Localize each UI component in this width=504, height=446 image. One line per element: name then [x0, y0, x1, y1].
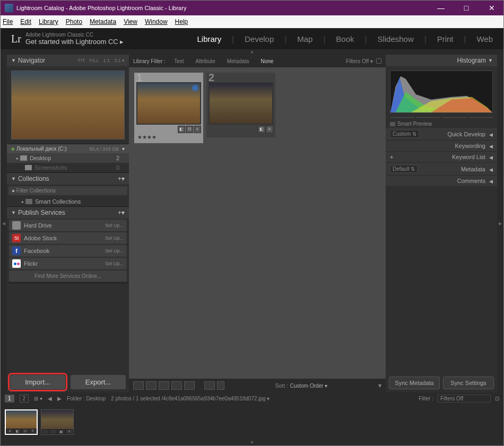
quick-develop-header[interactable]: Custom ⇅ Quick Develop ◀ — [386, 128, 497, 141]
menu-view[interactable]: View — [124, 18, 137, 25]
filmstrip-thumb-2[interactable]: ◧≡ — [41, 409, 74, 435]
survey-view-icon[interactable] — [171, 381, 182, 390]
add-keyword-icon[interactable]: + — [390, 154, 393, 160]
disk-header[interactable]: ■ Локальный диск (C:) 50,4 / 243 GB ▾ — [7, 144, 129, 153]
nav-1to1[interactable]: 1:1 — [103, 58, 110, 63]
minimize-button[interactable]: — — [433, 4, 448, 12]
badge-icon[interactable]: ≡ — [194, 126, 201, 133]
filter-none[interactable]: None — [257, 57, 276, 65]
left-collapse[interactable]: ◀ — [1, 55, 7, 392]
selection-status: 2 photos / 1 selected /4c8e41a086565a934… — [111, 396, 270, 401]
smart-collections[interactable]: ▸ Smart Collections — [7, 197, 129, 206]
navigator-preview[interactable] — [11, 71, 125, 139]
menu-file[interactable]: File — [3, 18, 13, 25]
histogram-header[interactable]: Histogram▼ — [386, 55, 497, 66]
lock-icon[interactable] — [376, 58, 381, 64]
grid-view[interactable]: 1 ◧⊡≡ ★★★★ 2 ◧≡ — [129, 67, 386, 379]
filter-attribute[interactable]: Attribute — [192, 57, 218, 65]
qd-preset-dropdown[interactable]: Custom ⇅ — [390, 130, 419, 138]
module-picker: Library| Develop| Map| Book| Slideshow| … — [197, 34, 493, 43]
collections-header[interactable]: ▼Collections +▾ — [7, 173, 129, 185]
thumbnail-2[interactable]: 2 ◧≡ — [206, 73, 275, 137]
grid-toggle-icon[interactable]: ⊞ ▾ — [34, 396, 42, 401]
sync-settings-button[interactable]: Sync Settings — [443, 377, 494, 389]
nav-fill[interactable]: FILL — [89, 58, 99, 63]
painter-icon[interactable] — [204, 381, 215, 390]
box-icon — [25, 199, 32, 204]
menu-help[interactable]: Help — [175, 18, 188, 25]
filter-collections-input[interactable]: ● Filter Collections — [8, 186, 127, 195]
histogram[interactable] — [390, 71, 493, 113]
publish-adobestock[interactable]: St Adobe StockSet Up... — [9, 232, 127, 244]
source-2[interactable]: 2 — [20, 395, 29, 403]
metadata-header[interactable]: Default ⇅ Metadata ◀ — [386, 163, 497, 176]
nav-fit[interactable]: FIT — [78, 58, 85, 63]
metadata-preset-dropdown[interactable]: Default ⇅ — [390, 165, 418, 173]
titlebar[interactable]: Lightroom Catalog - Adobe Photoshop Ligh… — [1, 1, 503, 15]
badge-icon[interactable]: ⊡ — [186, 126, 193, 133]
menu-photo[interactable]: Photo — [66, 18, 82, 25]
import-button[interactable]: Import... — [10, 375, 65, 389]
keywording-header[interactable]: Keywording ◀ — [386, 141, 497, 152]
badge-icon[interactable]: ≡ — [266, 126, 273, 133]
menubar: File Edit Library Photo Metadata View Wi… — [1, 15, 503, 28]
library-filter-bar: Library Filter : Text Attribute Metadata… — [129, 55, 386, 67]
grid-view-icon[interactable] — [133, 381, 144, 390]
navigator-header[interactable]: ▼Navigator FIT FILL 1:1 3:1 ▾ — [7, 55, 129, 66]
publish-facebook[interactable]: f FacebookSet Up... — [9, 245, 127, 257]
module-book[interactable]: Book — [336, 34, 354, 43]
sync-metadata-button[interactable]: Sync Metadata — [389, 377, 440, 389]
menu-metadata[interactable]: Metadata — [90, 18, 116, 25]
filter-text[interactable]: Text — [171, 57, 187, 65]
loupe-view-icon[interactable] — [146, 381, 157, 390]
bottom-collapse[interactable]: ▼ — [1, 440, 503, 445]
folder-screenshots[interactable]: Screenshots 0 — [7, 163, 129, 172]
nav-zoom[interactable]: 3:1 ▾ — [114, 58, 125, 63]
filter-preset-dropdown[interactable]: Filters Off — [438, 395, 491, 403]
top-collapse[interactable]: ▲ — [1, 49, 503, 55]
filter-metadata[interactable]: Metadata — [224, 57, 253, 65]
module-map[interactable]: Map — [297, 34, 312, 43]
nav-back-icon[interactable]: ◀ — [48, 396, 52, 401]
filmstrip[interactable]: ✦◧⊡≡ ◧≡ — [1, 404, 503, 440]
publish-harddrive[interactable]: Hard DriveSet Up... — [9, 220, 127, 231]
badge-icon[interactable]: ◧ — [258, 126, 265, 133]
folder-desktop[interactable]: ▸ Desktop 2 — [7, 153, 129, 163]
module-print[interactable]: Print — [437, 34, 454, 43]
publish-flickr[interactable]: FlickrSet Up... — [9, 258, 127, 269]
module-slideshow[interactable]: Slideshow — [377, 34, 413, 43]
rating-stars[interactable]: ★★★★ — [136, 133, 201, 141]
filter-lock-icon[interactable]: ⊡ — [495, 396, 499, 401]
find-more-services[interactable]: Find More Services Online... — [9, 270, 127, 282]
people-view-icon[interactable] — [184, 381, 195, 390]
menu-library[interactable]: Library — [39, 18, 58, 25]
rating-stars[interactable] — [208, 133, 273, 135]
source-1[interactable]: 1 — [5, 395, 14, 403]
publish-header[interactable]: ▼Publish Services +▾ — [7, 207, 129, 218]
tagline[interactable]: Get started with Lightroom CC ▸ — [25, 38, 124, 46]
comments-header[interactable]: Comments ◀ — [386, 176, 497, 187]
folder-path[interactable]: Folder : Desktop — [67, 396, 106, 401]
toolbar-toggle[interactable]: ▾ — [378, 382, 381, 389]
add-collection-icon[interactable]: +▾ — [118, 175, 125, 182]
menu-window[interactable]: Window — [145, 18, 168, 25]
close-button[interactable]: ✕ — [484, 4, 499, 12]
export-button[interactable]: Export... — [71, 375, 126, 389]
module-develop[interactable]: Develop — [245, 34, 274, 43]
compare-view-icon[interactable] — [159, 381, 169, 390]
filters-off[interactable]: Filters Off ▾ — [346, 58, 373, 64]
sort-direction-icon[interactable] — [217, 381, 224, 390]
badge-icon[interactable]: ◧ — [178, 126, 185, 133]
right-collapse[interactable]: ▶ — [497, 55, 503, 392]
menu-edit[interactable]: Edit — [20, 18, 31, 25]
thumbnail-1[interactable]: 1 ◧⊡≡ ★★★★ — [134, 73, 203, 143]
center-panel: Library Filter : Text Attribute Metadata… — [129, 55, 386, 392]
maximize-button[interactable]: □ — [459, 4, 474, 12]
keyword-list-header[interactable]: +Keyword List ◀ — [386, 152, 497, 163]
nav-forward-icon[interactable]: ▶ — [57, 396, 62, 401]
add-publish-icon[interactable]: +▾ — [118, 209, 125, 216]
sort-dropdown[interactable]: Custom Order ▾ — [290, 383, 328, 389]
filmstrip-thumb-1[interactable]: ✦◧⊡≡ — [5, 409, 38, 435]
module-web[interactable]: Web — [476, 34, 493, 43]
module-library[interactable]: Library — [197, 34, 221, 43]
